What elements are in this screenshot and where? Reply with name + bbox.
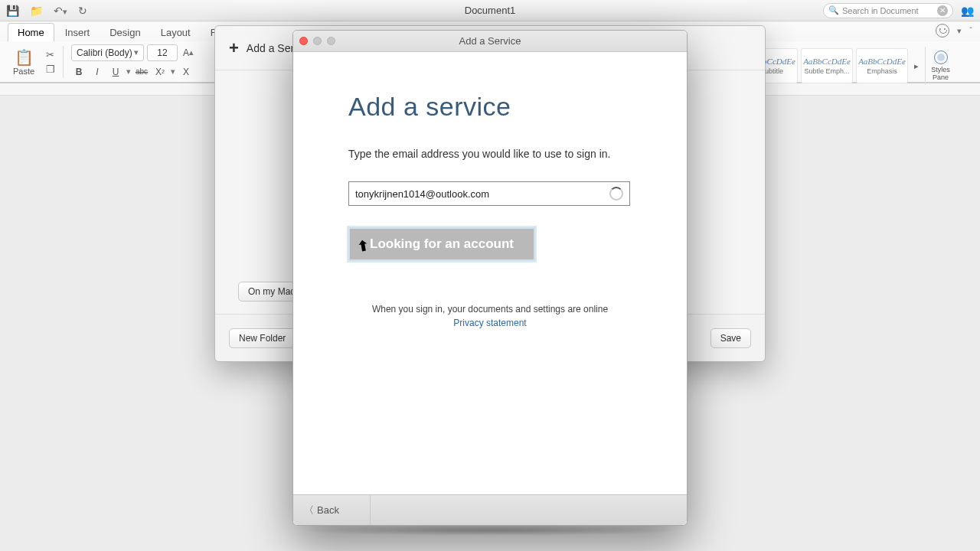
- search-input[interactable]: 🔍 Search in Document ✕: [823, 3, 953, 18]
- share-icon[interactable]: 👥: [961, 5, 974, 17]
- bold-button[interactable]: B: [71, 64, 87, 80]
- signin-note: When you sign in, your documents and set…: [348, 304, 632, 315]
- styles-gallery: AaBbCcDdEe Subtitle AaBbCcDdEe Subtle Em…: [746, 47, 951, 84]
- chevron-down-icon[interactable]: ▾: [126, 67, 131, 77]
- search-placeholder: Search in Document: [842, 6, 919, 15]
- underline-button[interactable]: U: [108, 64, 123, 80]
- dialog-heading: Add a service: [348, 92, 632, 122]
- chevron-down-icon[interactable]: ▾: [171, 67, 175, 77]
- loading-spinner-icon: [609, 187, 623, 201]
- dialog-description: Type the email address you would like to…: [348, 148, 632, 160]
- save-icon[interactable]: 💾: [6, 5, 19, 17]
- app-titlebar: 💾 📁 ↶▾ ↻ Document1 🔍 Search in Document …: [0, 0, 980, 21]
- paste-button[interactable]: Paste: [13, 67, 34, 76]
- style-subtle-emphasis[interactable]: AaBbCcDdEe Subtle Emph...: [801, 48, 853, 83]
- divider: [63, 46, 64, 78]
- save-button[interactable]: Save: [710, 328, 751, 348]
- email-field[interactable]: tonykrijnen1014@outlook.com: [348, 181, 630, 206]
- open-icon[interactable]: 📁: [30, 5, 43, 17]
- chevron-down-icon[interactable]: ▾: [957, 26, 962, 36]
- styles-pane-icon: [934, 51, 948, 64]
- clipboard-icon[interactable]: 📋: [15, 48, 34, 67]
- copy-icon[interactable]: ❐: [46, 64, 55, 75]
- undo-icon[interactable]: ↶▾: [54, 5, 67, 17]
- search-icon: 🔍: [828, 5, 839, 15]
- plus-icon[interactable]: +: [229, 38, 239, 58]
- dialog-title: Add a Service: [293, 35, 687, 47]
- strikethrough-button[interactable]: abc: [134, 64, 149, 80]
- superscript-button[interactable]: X: [178, 64, 194, 80]
- font-size-select[interactable]: 12: [147, 44, 178, 61]
- document-title: Document1: [247, 5, 733, 16]
- subscript-button[interactable]: X2: [152, 64, 168, 80]
- privacy-link[interactable]: Privacy statement: [348, 318, 632, 328]
- clear-search-icon[interactable]: ✕: [937, 5, 948, 16]
- grow-font-button[interactable]: A▴: [181, 45, 196, 60]
- italic-button[interactable]: I: [90, 64, 105, 80]
- new-folder-button[interactable]: New Folder: [229, 328, 296, 348]
- looking-label: Looking for an account: [370, 236, 514, 252]
- styles-pane-button[interactable]: Styles Pane: [925, 47, 951, 85]
- looking-for-account-button[interactable]: ⬆ Looking for an account: [348, 227, 535, 261]
- feedback-icon[interactable]: [936, 24, 949, 37]
- dialog-footer: 〈 Back: [293, 494, 687, 525]
- dialog-titlebar: Add a Service: [293, 31, 687, 52]
- tab-home[interactable]: Home: [8, 23, 54, 41]
- repeat-icon[interactable]: ↻: [78, 5, 87, 17]
- tab-insert[interactable]: Insert: [56, 24, 100, 41]
- tab-design[interactable]: Design: [100, 24, 149, 41]
- style-emphasis[interactable]: AaBbCcDdEe Emphasis: [856, 48, 908, 83]
- add-service-dialog: Add a Service Add a service Type the ema…: [292, 30, 688, 526]
- chevron-left-icon[interactable]: 〈: [304, 504, 314, 517]
- tab-layout[interactable]: Layout: [152, 24, 200, 41]
- cursor-icon: ⬆: [356, 237, 371, 256]
- back-button[interactable]: Back: [317, 504, 339, 516]
- cut-icon[interactable]: ✂: [46, 49, 55, 60]
- email-value: tonykrijnen1014@outlook.com: [355, 188, 489, 200]
- dialog-shadow: [300, 525, 680, 536]
- styles-more-icon[interactable]: ▸: [911, 61, 922, 71]
- collapse-ribbon-icon[interactable]: ˆ: [969, 26, 972, 35]
- font-name-select[interactable]: Calibri (Body)▾: [71, 44, 144, 61]
- divider: [370, 495, 371, 525]
